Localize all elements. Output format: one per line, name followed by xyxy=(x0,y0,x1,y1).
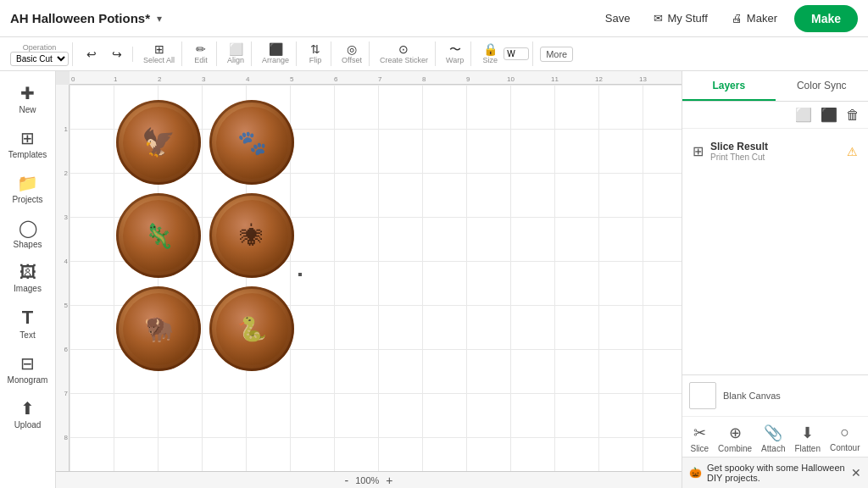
delete-layer-button[interactable]: 🗑 xyxy=(844,106,861,125)
sidebar-item-upload[interactable]: ⬆ Upload xyxy=(4,393,52,435)
medallion-3[interactable]: 🦎 xyxy=(116,193,201,278)
spooky-close-button[interactable]: ✕ xyxy=(851,466,861,480)
duplicate-layer-button[interactable]: ⬛ xyxy=(819,105,839,125)
sidebar-item-templates[interactable]: ⊞ Templates xyxy=(4,123,52,164)
medallion-1[interactable]: 🦅 xyxy=(116,100,201,185)
sidebar-item-projects[interactable]: 📁 Projects xyxy=(4,168,52,209)
size-group: 🔒 Size xyxy=(475,42,533,66)
size-button[interactable]: 🔒 Size xyxy=(478,42,502,66)
projects-icon: 📁 xyxy=(17,173,38,193)
panel-tabs: Layers Color Sync xyxy=(682,71,868,102)
make-button[interactable]: Make xyxy=(794,5,858,32)
sidebar-item-text[interactable]: T Text xyxy=(4,302,52,345)
undo-button[interactable]: ↩ xyxy=(80,47,103,62)
ruler-top: 0 1 2 3 4 5 6 7 8 9 10 11 12 13 xyxy=(70,71,682,85)
spooky-banner: 🎃 Get spooky with some Halloween DIY pro… xyxy=(682,457,868,488)
slice-icon: ✂ xyxy=(693,424,706,442)
upload-icon: ⬆ xyxy=(20,398,35,419)
shapes-icon: ◯ xyxy=(19,218,37,238)
save-button[interactable]: Save xyxy=(598,8,637,28)
sticker-icon: ⊙ xyxy=(398,43,409,55)
layer-item-slice-result[interactable]: ⊞ Slice Result Print Then Cut ⚠ xyxy=(689,136,861,167)
redo-button[interactable]: ↪ xyxy=(105,47,129,62)
attach-icon: 📎 xyxy=(764,424,782,442)
panel-toolbar: ⬜ ⬛ 🗑 xyxy=(682,102,868,129)
arrange-button[interactable]: ⬛ Arrange xyxy=(259,42,292,66)
combine-button[interactable]: ⊕ Combine xyxy=(718,424,752,453)
warp-button[interactable]: 〜 Warp xyxy=(442,42,467,66)
spooky-text: Get spooky with some Halloween DIY proje… xyxy=(707,463,846,483)
contour-icon: ○ xyxy=(840,424,849,441)
status-bar: - 100% + xyxy=(56,471,682,488)
select-all-group: ⊞ Select All xyxy=(136,42,182,66)
panel-content: ⊞ Slice Result Print Then Cut ⚠ xyxy=(682,129,868,374)
main-area: ✚ New ⊞ Templates 📁 Projects ◯ Shapes 🖼 … xyxy=(0,71,868,488)
operation-group: Operation Basic Cut xyxy=(7,42,73,66)
printer-icon: 🖨 xyxy=(732,12,743,25)
layer-grid-icon: ⊞ xyxy=(693,143,704,159)
attach-button[interactable]: 📎 Attach xyxy=(761,424,785,453)
new-icon: ✚ xyxy=(20,83,35,103)
lock-icon: 🔒 xyxy=(483,43,498,55)
medallion-5[interactable]: 🦬 xyxy=(116,286,201,371)
sidebar-item-monogram[interactable]: ⊟ Monogram xyxy=(4,348,52,390)
align-icon: ⬜ xyxy=(229,43,243,55)
canvas-marker xyxy=(298,273,302,276)
align-button[interactable]: ⬜ Align xyxy=(224,42,248,66)
sidebar-item-shapes[interactable]: ◯ Shapes xyxy=(4,213,52,254)
medallion-6[interactable]: 🐍 xyxy=(209,286,294,371)
zoom-level: 100% xyxy=(355,475,379,485)
size-w-input[interactable] xyxy=(504,47,529,60)
copy-layer-button[interactable]: ⬜ xyxy=(793,105,814,125)
warp-icon: 〜 xyxy=(449,43,461,55)
toolbar: Operation Basic Cut ↩ ↪ ⊞ Select All ✏ E… xyxy=(0,37,868,71)
tab-layers[interactable]: Layers xyxy=(682,71,776,101)
canvas-viewport[interactable]: 🦅 🐾 🦎 xyxy=(70,85,682,471)
edit-icon: ✏ xyxy=(196,43,206,55)
contour-button[interactable]: ○ Contour xyxy=(830,424,860,453)
more-group: More xyxy=(537,47,576,62)
flatten-icon: ⬇ xyxy=(801,424,814,442)
templates-icon: ⊞ xyxy=(20,128,35,148)
more-button[interactable]: More xyxy=(540,47,573,62)
warning-icon: ⚠ xyxy=(847,145,858,158)
project-title: AH Halloween Potions* xyxy=(10,11,150,25)
select-all-icon: ⊞ xyxy=(154,43,164,55)
offset-button[interactable]: ◎ Offset xyxy=(338,42,365,66)
panel-actions: ✂ Slice ⊕ Combine 📎 Attach ⬇ Flatten ○ C… xyxy=(682,416,868,457)
medallion-2[interactable]: 🐾 xyxy=(209,100,294,185)
text-icon: T xyxy=(22,307,33,329)
zoom-out-button[interactable]: - xyxy=(345,474,349,487)
flip-button[interactable]: ⇅ Flip xyxy=(303,42,327,66)
flatten-button[interactable]: ⬇ Flatten xyxy=(794,424,821,453)
duplicate-icon: ⬛ xyxy=(821,108,837,122)
right-panel: Layers Color Sync ⬜ ⬛ 🗑 ⊞ Slice Result P… xyxy=(682,71,868,488)
flip-group: ⇅ Flip xyxy=(300,42,331,66)
images-icon: 🖼 xyxy=(19,263,36,282)
sidebar-item-images[interactable]: 🖼 Images xyxy=(4,258,52,298)
maker-button[interactable]: 🖨 Maker xyxy=(725,8,784,28)
layer-name: Slice Result xyxy=(710,141,840,152)
topbar: AH Halloween Potions* ▾ Save ✉ My Stuff … xyxy=(0,0,868,37)
pumpkin-icon: 🎃 xyxy=(689,467,702,479)
create-sticker-button[interactable]: ⊙ Create Sticker xyxy=(376,42,431,66)
sidebar-item-new[interactable]: ✚ New xyxy=(4,78,52,119)
operation-select[interactable]: Operation Basic Cut xyxy=(10,42,69,66)
slice-button[interactable]: ✂ Slice xyxy=(690,424,709,453)
title-dropdown-icon[interactable]: ▾ xyxy=(157,13,162,25)
mystuff-button[interactable]: ✉ My Stuff xyxy=(647,8,714,28)
offset-icon: ◎ xyxy=(347,43,357,55)
undo-icon: ↩ xyxy=(86,48,97,60)
redo-icon: ↪ xyxy=(112,48,122,60)
medallion-4[interactable]: 🕷 xyxy=(209,193,294,278)
zoom-in-button[interactable]: + xyxy=(386,474,392,487)
blank-canvas-row: Blank Canvas xyxy=(689,382,861,409)
create-sticker-group: ⊙ Create Sticker xyxy=(373,42,436,66)
panel-bottom: Blank Canvas xyxy=(682,374,868,416)
select-all-button[interactable]: ⊞ Select All xyxy=(140,42,178,66)
topbar-left: AH Halloween Potions* ▾ xyxy=(10,11,162,25)
flip-icon: ⇅ xyxy=(310,43,320,55)
edit-button[interactable]: ✏ Edit xyxy=(189,42,213,66)
tab-color-sync[interactable]: Color Sync xyxy=(776,71,869,101)
edit-group: ✏ Edit xyxy=(186,42,217,66)
